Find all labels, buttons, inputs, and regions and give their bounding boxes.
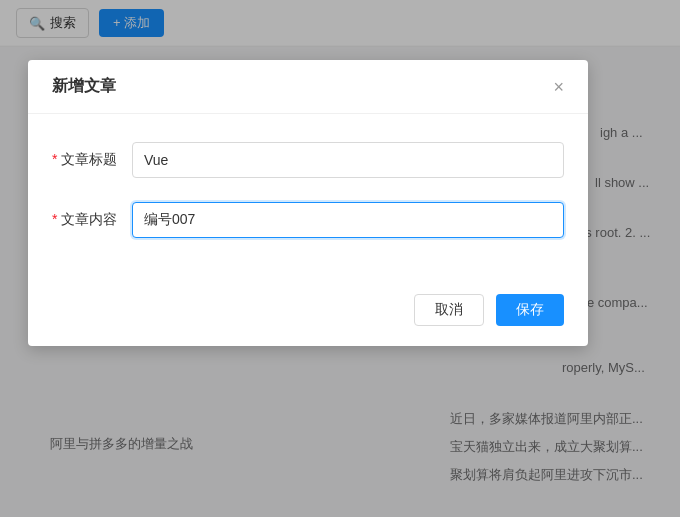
content-label: 文章内容 bbox=[52, 211, 132, 229]
modal-footer: 取消 保存 bbox=[28, 282, 588, 346]
modal-body: 文章标题 文章内容 bbox=[28, 114, 588, 282]
title-label: 文章标题 bbox=[52, 151, 132, 169]
title-input[interactable] bbox=[132, 142, 564, 178]
form-item-title: 文章标题 bbox=[52, 142, 564, 178]
modal-overlay: 新增文章 × 文章标题 文章内容 取消 保存 bbox=[0, 0, 680, 517]
save-button[interactable]: 保存 bbox=[496, 294, 564, 326]
modal-dialog: 新增文章 × 文章标题 文章内容 取消 保存 bbox=[28, 60, 588, 346]
modal-title: 新增文章 bbox=[52, 76, 116, 97]
modal-header: 新增文章 × bbox=[28, 60, 588, 114]
content-input[interactable] bbox=[132, 202, 564, 238]
cancel-button[interactable]: 取消 bbox=[414, 294, 484, 326]
modal-close-button[interactable]: × bbox=[553, 78, 564, 96]
form-item-content: 文章内容 bbox=[52, 202, 564, 238]
